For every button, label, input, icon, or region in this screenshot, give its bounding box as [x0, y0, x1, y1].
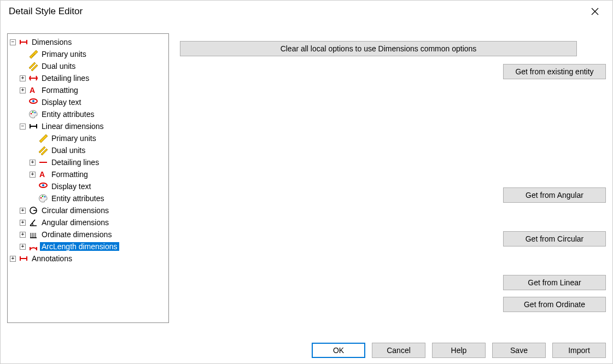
tree-label: Dimensions [30, 38, 73, 46]
tree-item-ordinate-dimensions[interactable]: + Ordinate dimensions [10, 228, 168, 240]
tree-item-linear-entity-attributes[interactable]: Entity attributes [10, 192, 168, 204]
ordinate-dim-icon [28, 230, 38, 239]
tree-label: Circular dimensions [40, 206, 110, 215]
title-bar: Detail Style Editor [1, 1, 612, 22]
linear-dim-icon [28, 121, 38, 131]
tree-item-linear-formatting[interactable]: + A Formatting [10, 168, 168, 180]
get-from-existing-button[interactable]: Get from existing entity [503, 64, 606, 79]
save-button[interactable]: Save [492, 343, 546, 358]
dimension-group-icon [19, 37, 28, 47]
tree-item-dual-units[interactable]: Dual units [10, 60, 168, 72]
tree-item-circular-dimensions[interactable]: + Circular dimensions [10, 204, 168, 216]
expand-toggle[interactable]: + [20, 220, 26, 226]
tree-item-linear-dimensions[interactable]: − Linear dimensions [10, 120, 168, 132]
annotation-group-icon [19, 254, 28, 263]
expand-toggle[interactable]: + [10, 256, 16, 262]
svg-point-28 [40, 197, 42, 199]
get-from-ordinate-button[interactable]: Get from Ordinate [503, 297, 606, 312]
tree-label: Entity attributes [40, 110, 96, 119]
tree-item-formatting[interactable]: + A Formatting [10, 84, 168, 96]
tree-item-linear-detailing-lines[interactable]: + Detailing lines [10, 156, 168, 168]
expand-toggle[interactable]: + [30, 160, 36, 166]
tree-item-linear-primary-units[interactable]: Primary units [10, 132, 168, 144]
formatting-icon: A [38, 169, 48, 179]
clear-all-button[interactable]: Clear all local options to use Dimension… [180, 41, 577, 56]
ok-button[interactable]: OK [312, 343, 365, 358]
tree-item-entity-attributes[interactable]: Entity attributes [10, 108, 168, 120]
tree-label: Formatting [50, 170, 90, 179]
tree-label: Annotations [30, 254, 74, 263]
svg-point-16 [32, 111, 34, 113]
dialog-window: Detail Style Editor − Dimensions [0, 0, 613, 364]
window-title: Detail Style Editor [9, 6, 83, 17]
svg-point-14 [32, 100, 34, 102]
options-panel: Clear all local options to use Dimension… [180, 33, 606, 330]
svg-text:A: A [30, 86, 35, 95]
palette-icon [28, 109, 38, 119]
display-text-icon [38, 181, 48, 191]
ruler-icon [38, 133, 48, 143]
expand-toggle[interactable]: + [30, 172, 36, 178]
tree-item-dimensions[interactable]: − Dimensions [10, 36, 168, 48]
tree-label: Detailing lines [40, 74, 91, 83]
get-from-angular-button[interactable]: Get from Angular [503, 187, 606, 203]
arclength-dim-icon [28, 242, 38, 251]
svg-point-27 [42, 184, 44, 186]
svg-point-15 [31, 113, 32, 115]
import-button[interactable]: Import [552, 343, 606, 358]
cancel-button[interactable]: Cancel [372, 343, 425, 358]
svg-point-17 [34, 112, 36, 114]
tree-label: Dual units [40, 62, 77, 71]
tree-label: Linear dimensions [40, 122, 106, 131]
svg-point-30 [44, 196, 46, 198]
get-from-linear-button[interactable]: Get from Linear [503, 275, 606, 290]
expand-toggle[interactable]: + [20, 244, 26, 250]
detailing-lines-icon [28, 73, 38, 83]
detailing-lines-icon [38, 157, 48, 167]
close-icon [591, 8, 599, 15]
tree-label: Angular dimensions [40, 218, 110, 227]
tree-item-linear-display-text[interactable]: Display text [10, 180, 168, 192]
dialog-button-bar: OK Cancel Help Save Import [312, 343, 606, 358]
expand-toggle[interactable]: + [20, 232, 26, 238]
get-from-circular-button[interactable]: Get from Circular [503, 231, 606, 246]
tree-label: Primary units [50, 134, 98, 143]
collapse-toggle[interactable]: − [10, 39, 16, 45]
close-button[interactable] [584, 1, 606, 22]
tree-label: Detailing lines [50, 158, 101, 167]
help-button[interactable]: Help [432, 343, 486, 358]
tree-item-primary-units[interactable]: Primary units [10, 48, 168, 60]
dialog-body: − Dimensions Primary units [7, 27, 606, 330]
circular-dim-icon [28, 206, 38, 215]
collapse-toggle[interactable]: − [20, 124, 26, 130]
svg-text:A: A [39, 170, 45, 179]
tree-item-linear-dual-units[interactable]: Dual units [10, 144, 168, 156]
ruler-icon [28, 49, 38, 59]
tree-label: Display text [50, 182, 92, 191]
palette-icon [38, 193, 48, 203]
tree-label: Primary units [40, 50, 88, 58]
dual-ruler-icon [38, 145, 48, 155]
tree-label: Display text [40, 98, 83, 107]
tree-label-selected: ArcLength dimensions [40, 242, 119, 251]
tree-item-detailing-lines[interactable]: + Detailing lines [10, 72, 168, 84]
expand-toggle[interactable]: + [20, 75, 26, 81]
expand-toggle[interactable]: + [20, 87, 26, 93]
svg-marker-21 [39, 134, 48, 143]
tree-label: Formatting [40, 86, 80, 95]
tree-label: Entity attributes [50, 194, 106, 203]
tree-item-display-text[interactable]: Display text [10, 96, 168, 108]
toggle-spacer [20, 51, 26, 57]
svg-marker-5 [30, 50, 38, 58]
svg-point-29 [42, 196, 44, 197]
tree-item-arclength-dimensions[interactable]: + ArcLength dimensions [10, 240, 168, 253]
dual-ruler-icon [28, 61, 38, 71]
tree-label: Dual units [50, 146, 87, 155]
tree-item-annotations[interactable]: + Annotations [10, 253, 168, 265]
tree-panel: − Dimensions Primary units [7, 33, 169, 323]
expand-toggle[interactable]: + [20, 208, 26, 214]
tree-item-angular-dimensions[interactable]: + Angular dimensions [10, 216, 168, 228]
display-text-icon [28, 97, 38, 107]
angular-dim-icon [28, 218, 38, 227]
formatting-icon: A [28, 85, 38, 95]
